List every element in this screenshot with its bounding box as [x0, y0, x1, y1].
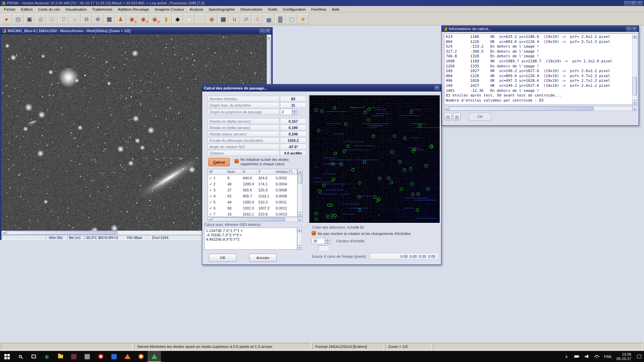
save-icon[interactable]: ▤ — [12, 14, 23, 24]
table-row[interactable]: ✓ 462805.71163.10.0008 — [208, 193, 297, 199]
scroll-left-icon[interactable]: ◄ — [444, 106, 449, 111]
table-row[interactable]: ✓ 7191162.1210.80.0013 — [208, 211, 297, 217]
camera-setup-icon[interactable]: ▣ — [24, 14, 35, 24]
scroll-left-icon[interactable]: ◄ — [1, 231, 6, 235]
display-image-icon[interactable]: ▦ — [104, 14, 115, 24]
camera-3-icon[interactable]: ◉3 — [149, 14, 160, 24]
minimize-button[interactable]: — — [624, 1, 630, 5]
scroll-up-icon[interactable]: ▲ — [297, 228, 302, 232]
wifi-icon[interactable] — [592, 351, 602, 362]
hand-icon[interactable]: ♙ — [252, 14, 263, 24]
column-header-0[interactable]: N° — [208, 169, 226, 175]
scroll-left-icon[interactable]: ◄ — [208, 217, 212, 222]
info-horizontal-scrollbar[interactable]: ◄ ► — [444, 106, 637, 111]
prism-app-icon[interactable] — [148, 351, 161, 362]
firefox-icon[interactable] — [134, 351, 148, 362]
column-header-4[interactable]: résidus (") — [274, 169, 297, 175]
table-row[interactable]: ✓ 5441392.6210.30.0011 — [208, 199, 297, 205]
image-close-button[interactable]: × — [265, 29, 270, 33]
triangle-tool-icon[interactable]: ▽ — [58, 14, 69, 24]
chart-icon[interactable]: ▅ — [263, 14, 274, 24]
info-ok-button[interactable]: OK — [469, 113, 491, 121]
maximize-button[interactable]: ▢ — [631, 1, 636, 5]
reinit-checkbox[interactable]: ✓ — [234, 159, 239, 163]
file-explorer-icon[interactable] — [54, 351, 67, 362]
planet-icon[interactable]: ◉ — [206, 14, 217, 24]
hide-rotation-checkbox[interactable]: ✓ — [312, 231, 316, 235]
export-log-button[interactable]: ▥ — [453, 113, 461, 120]
scroll-up-icon[interactable]: ▲ — [298, 169, 303, 174]
table-horizontal-scrollbar[interactable]: ◄ ► — [208, 217, 303, 222]
poly-scrollbar[interactable]: ▲ ▼ — [297, 228, 302, 250]
table-row[interactable]: ✓ 18840.6324.60.0002 — [208, 175, 297, 181]
table-row[interactable]: ✓ 327565.6225.90.0008 — [208, 187, 297, 193]
menu-aide[interactable]: Aide — [329, 7, 342, 12]
start-button[interactable] — [0, 351, 13, 362]
info-hscroll-thumb[interactable] — [449, 107, 594, 111]
table-hscroll-thumb[interactable] — [213, 218, 285, 221]
open-image-icon[interactable]: ● — [1, 14, 12, 24]
scroll-down-icon[interactable]: ▼ — [297, 245, 302, 250]
menu-analyse[interactable]: Analyse — [187, 7, 206, 12]
close-button[interactable]: × — [637, 1, 643, 5]
zoom-out-icon[interactable]: ⊖ — [81, 14, 92, 24]
language-indicator[interactable]: FRA — [602, 351, 614, 362]
magnet-icon[interactable]: ∪ — [229, 14, 240, 24]
table-row[interactable]: ✓ 6581301.51007.20.0012 — [208, 205, 297, 211]
app-icon-gray[interactable] — [80, 351, 94, 362]
spin-up-icon[interactable]: ▲ — [292, 109, 297, 112]
spin-down-icon[interactable]: ▼ — [325, 241, 330, 244]
column-header-2[interactable]: X — [241, 169, 257, 175]
dome-icon[interactable]: ▮ — [161, 14, 172, 24]
spin-up-icon[interactable]: ▲ — [325, 238, 330, 241]
polygon-select-icon[interactable]: ◇ — [47, 14, 58, 24]
scroll-up-icon[interactable]: ▲ — [632, 34, 637, 38]
notification-center-icon[interactable] — [634, 351, 644, 362]
guiding-icon[interactable]: ● — [183, 14, 195, 24]
scroll-up-icon[interactable]: ▲ — [267, 35, 271, 39]
ok-button[interactable]: OK — [209, 254, 236, 262]
flask-app-icon[interactable] — [121, 351, 134, 362]
column-header-3[interactable]: Y — [257, 169, 274, 175]
scroll-right-icon[interactable]: ► — [298, 217, 303, 222]
camera-2-icon[interactable]: ◉2 — [138, 14, 149, 24]
info-scroll-thumb[interactable] — [633, 77, 637, 96]
polynomial-text[interactable]: 1.13473E-7.X^1.Y^1 + -4.7933E-7.X^2.Y^0 … — [204, 228, 297, 250]
calc-log[interactable]: 624 1186 OK xc=625.2 yc=1186.6 (19x19) -… — [444, 34, 632, 105]
zoom-in-icon[interactable]: ⊕ — [92, 14, 103, 24]
info-icon[interactable]: ◍ — [35, 14, 46, 24]
menu-addition-recalage[interactable]: Addition-Recalage — [115, 7, 152, 12]
dialog-title-bar[interactable]: Calcul des polynomes de passage... × — [202, 84, 441, 92]
sphere-icon[interactable]: ◌ — [195, 14, 206, 24]
histogram-icon[interactable]: ▓ — [275, 14, 286, 24]
image-window-title-bar[interactable]: NGC891_Blue-5 | 1663x1252 - Monochrome -… — [1, 28, 272, 34]
scale-factor-spinner[interactable]: ▲ ▼ — [325, 238, 330, 244]
taskbar-clock[interactable]: 13:26 05-10-17 — [614, 352, 634, 361]
volume-icon[interactable] — [582, 351, 592, 362]
tray-chevron-icon[interactable]: ∧ — [561, 351, 572, 362]
menu-spectrographie[interactable]: Spectrographie — [206, 7, 237, 12]
swap-arrows-icon[interactable]: ⇄ — [240, 14, 252, 24]
column-header-1[interactable]: Num — [226, 169, 241, 175]
window-icon[interactable]: ▢ — [286, 14, 297, 24]
table-vertical-scrollbar[interactable]: ▲ ▼ — [298, 169, 303, 217]
menu-visualisation[interactable]: Visualisation — [62, 7, 89, 12]
info-title-bar[interactable]: Informations de calcul... — × — [442, 26, 639, 32]
menu-outils[interactable]: Outils — [265, 7, 280, 12]
menu-edition[interactable]: Edition — [18, 7, 36, 12]
dialog-close-button[interactable]: × — [434, 86, 439, 90]
circle-select-icon[interactable]: ○ — [69, 14, 80, 24]
table-row[interactable]: ✓ 2481395.9174.10.0004 — [208, 181, 297, 187]
menu-observatoire[interactable]: Observatoire — [237, 7, 265, 12]
image-minimize-button[interactable]: — — [260, 29, 265, 33]
cancel-button[interactable]: Annuler — [249, 254, 277, 262]
horizontal-scroll-thumb[interactable] — [7, 231, 117, 235]
edge-icon[interactable]: e — [40, 351, 54, 362]
star-table[interactable]: N°NumXYrésidus (") ✓ 18840.6324.60.0002✓… — [208, 169, 298, 217]
observer-icon[interactable]: ♟ — [115, 14, 126, 24]
info-close-button[interactable]: × — [632, 27, 637, 31]
spin-down-icon[interactable]: ▼ — [292, 112, 297, 115]
app-icon-store[interactable] — [67, 351, 80, 362]
battery-icon[interactable] — [572, 351, 582, 362]
camera-1-icon[interactable]: ◉1 — [126, 14, 138, 24]
